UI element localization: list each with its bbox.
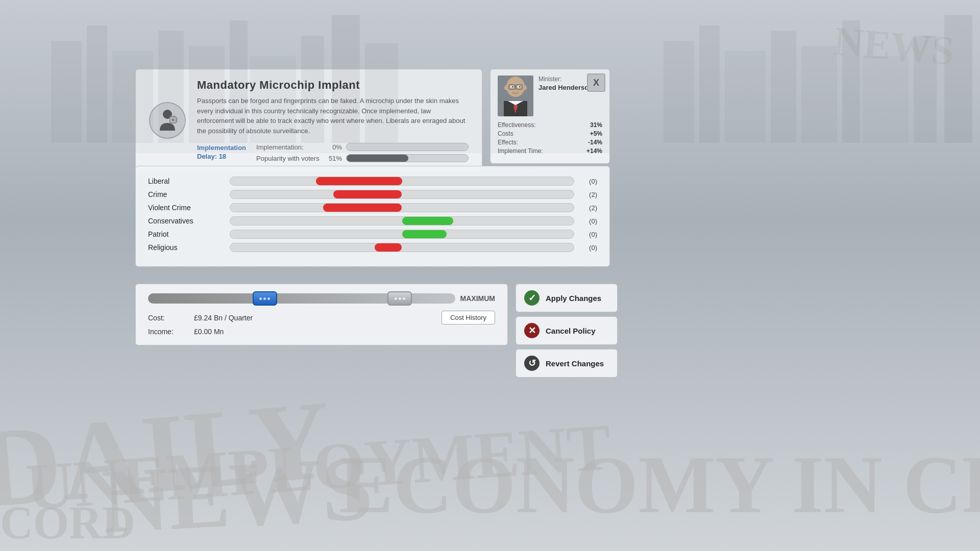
- svg-rect-15: [801, 46, 837, 143]
- svg-rect-16: [842, 20, 860, 143]
- svg-rect-14: [771, 31, 796, 143]
- svg-rect-2: [87, 26, 107, 143]
- svg-rect-9: [332, 15, 360, 143]
- svg-rect-8: [301, 36, 324, 143]
- svg-rect-5: [189, 46, 225, 143]
- skyline: [0, 0, 980, 153]
- svg-rect-1: [51, 41, 82, 143]
- svg-rect-10: [365, 43, 398, 143]
- svg-rect-6: [230, 20, 248, 143]
- svg-rect-13: [725, 51, 766, 143]
- svg-rect-17: [863, 56, 909, 143]
- svg-rect-18: [914, 36, 937, 143]
- svg-rect-3: [112, 51, 153, 143]
- newspaper-word-economy: ECONOMY IN CR: [339, 444, 980, 525]
- svg-rect-11: [664, 41, 694, 143]
- svg-rect-19: [944, 15, 972, 143]
- svg-rect-4: [158, 31, 184, 143]
- newspaper-word-cord: CORD: [0, 500, 135, 546]
- svg-rect-12: [699, 26, 720, 143]
- svg-rect-7: [250, 56, 296, 143]
